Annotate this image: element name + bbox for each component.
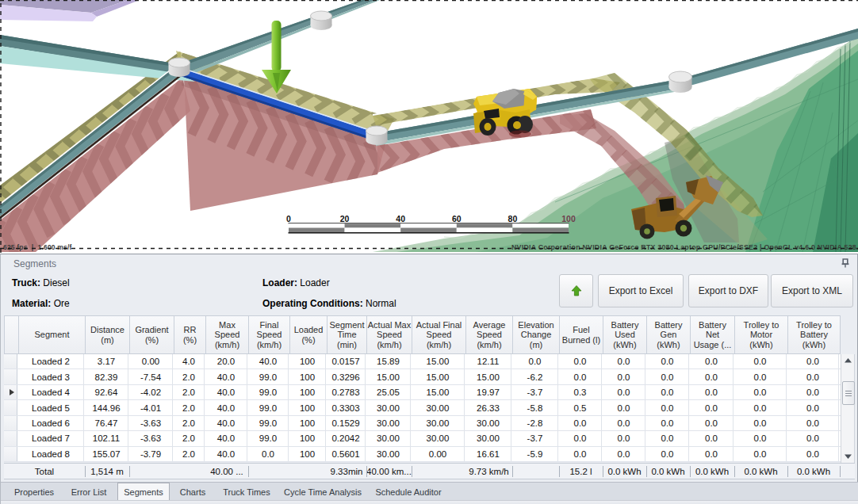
svg-text:100: 100 — [561, 214, 576, 223]
svg-text:0: 0 — [286, 214, 291, 223]
svg-text:NVIDIA Corporation NVIDIA GeFo: NVIDIA Corporation NVIDIA GeForce RTX 30… — [511, 243, 858, 251]
svg-text:20: 20 — [340, 214, 350, 223]
svg-text:40: 40 — [396, 214, 405, 223]
svg-text:625 fps | 1.600 ms/f: 625 fps | 1.600 ms/f — [3, 243, 72, 251]
svg-text:60: 60 — [452, 214, 462, 223]
svg-text:80: 80 — [508, 214, 518, 223]
